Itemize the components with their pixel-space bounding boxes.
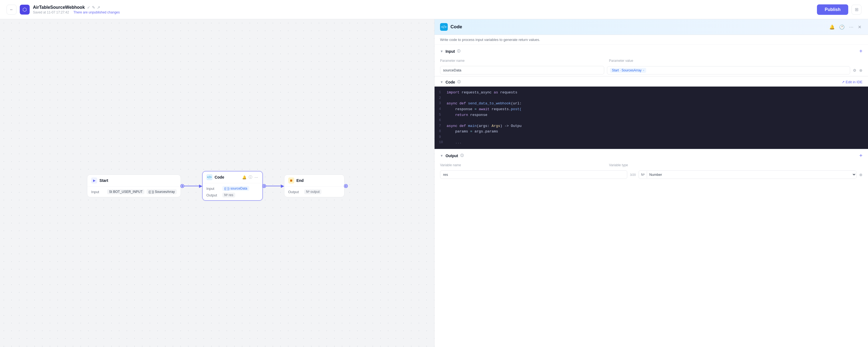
code-source-tag: ((·)) sourceData: [222, 186, 249, 191]
type-select-wrapper: Nº Number String Boolean Array Object: [639, 170, 857, 179]
col-var-type: Variable type: [609, 163, 863, 167]
code-section: ▼ Code ⓘ ↗ Edit in IDE 1 import requests…: [435, 76, 868, 149]
output-section: ▼ Output ⓘ + Variable name Variable type…: [435, 149, 868, 180]
back-button[interactable]: ←: [7, 5, 17, 15]
code-input-label: Input: [207, 186, 220, 191]
edit-title-icon[interactable]: ✎: [92, 5, 95, 10]
output-table-header: Variable name Variable type: [435, 162, 868, 169]
connector-dot-left-2: [263, 184, 266, 187]
output-collapse-icon: ▼: [440, 154, 443, 158]
edit-in-ide-label: Edit in IDE: [846, 80, 863, 84]
panel-header-actions: 🔔 🕐 ⋯ ✕: [828, 23, 863, 31]
start-node-header: ▶ Start: [87, 175, 180, 186]
end-node: ⏹ End Output Nº output: [284, 174, 344, 197]
output-delete-button[interactable]: ⊗: [859, 173, 863, 177]
param-value-text: Start · SourcesArray: [612, 68, 642, 72]
start-input-label: Input: [91, 190, 105, 194]
input-table-header: Parameter name Parameter value: [435, 58, 868, 64]
type-icon-badge: Nº: [639, 171, 647, 178]
input-section-header[interactable]: ▼ Input ⓘ +: [435, 45, 868, 58]
code-output-label: Output: [207, 193, 220, 197]
end-node-icon: ⏹: [288, 177, 294, 183]
input-info-icon: ⓘ: [457, 49, 460, 54]
flow-container: ▶ Start Input St BOT_USER_INPUT ((·)) So…: [87, 171, 347, 201]
code-node-body: Input ((·)) sourceData Output Nº res: [203, 183, 262, 200]
output-add-button[interactable]: +: [859, 152, 863, 159]
start-node-body: Input St BOT_USER_INPUT ((·)) SourcesArr…: [87, 186, 180, 197]
unpublished-warning: There are unpublished changes: [73, 10, 120, 14]
output-var-row: 3/20 Nº Number String Boolean Array Obje…: [435, 169, 868, 180]
output-info-icon: ⓘ: [460, 153, 464, 158]
end-node-title: End: [297, 178, 304, 183]
code-node-header: </> Code 🔔 ⓘ ⋯: [203, 171, 262, 183]
col-param-value: Parameter value: [609, 59, 863, 63]
code-node-actions: 🔔 ⓘ ⋯: [242, 174, 258, 180]
param-delete-button[interactable]: ⊗: [859, 68, 863, 73]
edit-in-ide-button[interactable]: ↗ Edit in IDE: [842, 80, 863, 84]
panel-title: Code: [451, 24, 826, 30]
output-section-label: Output: [445, 153, 458, 158]
code-node: </> Code 🔔 ⓘ ⋯ Input ((·)) sourceData Ou…: [202, 171, 263, 201]
end-output-tag: Nº output: [304, 189, 322, 194]
param-value-close[interactable]: ×: [643, 69, 644, 72]
right-panel: </> Code 🔔 🕐 ⋯ ✕ Write code to process i…: [434, 19, 868, 347]
output-section-header[interactable]: ▼ Output ⓘ +: [435, 149, 868, 162]
start-node-icon: ▶: [91, 177, 97, 183]
param-settings-button[interactable]: ⚙: [853, 68, 857, 73]
output-counter: 3/20: [630, 173, 636, 176]
code-line-7: 7 async def main(args: Args) -> Outpu: [435, 123, 868, 129]
input-collapse-icon: ▼: [440, 50, 443, 53]
verified-icon: ✓: [87, 5, 90, 10]
code-collapse-icon: ▼: [440, 80, 443, 84]
code-node-bell[interactable]: 🔔: [242, 174, 247, 180]
connector-line-2: [266, 186, 282, 186]
code-line-4: 4 response = await requests.post(: [435, 107, 868, 112]
connector-dot-left-1: [181, 184, 184, 187]
code-line-6: 6: [435, 118, 868, 123]
edit-in-ide-icon: ↗: [842, 80, 845, 84]
col-var-name: Variable name: [440, 163, 609, 167]
app-logo: ⬡: [20, 5, 30, 15]
code-line-5: 5 return response: [435, 112, 868, 118]
code-node-title: Code: [215, 175, 224, 179]
param-name-input[interactable]: [440, 66, 604, 75]
start-sources-tag: ((·)) SourcesArray: [147, 189, 177, 194]
code-line-2: 2: [435, 96, 868, 101]
connector-2: ▶: [263, 183, 284, 189]
code-res-tag: Nº res: [222, 193, 235, 198]
code-line-3: 3 async def send_data_to_webhook(url:: [435, 101, 868, 107]
code-node-more[interactable]: ⋯: [254, 174, 258, 180]
input-add-button[interactable]: +: [859, 48, 863, 54]
end-node-body: Output Nº output: [284, 186, 344, 197]
end-output-label: Output: [288, 190, 302, 194]
code-info-icon: ⓘ: [457, 80, 461, 84]
panel-code-icon: </>: [440, 23, 448, 31]
start-bot-tag: St BOT_USER_INPUT: [107, 189, 145, 194]
header-info: AirTableSourceWebhook ✓ ✎ ↗ Saved at 11-…: [33, 5, 814, 14]
code-line-9: 9: [435, 135, 868, 140]
external-link-icon[interactable]: ↗: [97, 5, 100, 10]
input-section: ▼ Input ⓘ + Parameter name Parameter val…: [435, 45, 868, 76]
end-node-header: ⏹ End: [284, 175, 344, 186]
panel-clock-button[interactable]: 🕐: [838, 23, 846, 31]
code-node-info[interactable]: ⓘ: [248, 174, 253, 180]
connector-1: ▶: [181, 183, 202, 189]
panel-bell-button[interactable]: 🔔: [828, 23, 836, 31]
save-icon[interactable]: ⊞: [851, 5, 861, 15]
code-line-10: 10 ...: [435, 140, 868, 146]
panel-header: </> Code 🔔 🕐 ⋯ ✕: [435, 19, 868, 35]
start-node-title: Start: [99, 178, 108, 183]
col-param-name: Parameter name: [440, 59, 609, 63]
code-line-1: 1 import requests_async as requests: [435, 90, 868, 96]
input-section-label: Input: [445, 49, 455, 54]
type-select[interactable]: Number String Boolean Array Object: [647, 171, 856, 179]
panel-description: Write code to process input variables to…: [435, 35, 868, 45]
panel-more-button[interactable]: ⋯: [848, 23, 855, 31]
param-value-container: Start · SourcesArray ×: [607, 66, 850, 75]
input-param-row: Start · SourcesArray × ⚙ ⊗: [435, 64, 868, 76]
code-editor[interactable]: 1 import requests_async as requests 2 3 …: [435, 87, 868, 149]
panel-close-button[interactable]: ✕: [857, 23, 863, 31]
code-section-label: Code: [445, 80, 455, 84]
output-name-input[interactable]: [440, 170, 627, 179]
publish-button[interactable]: Publish: [817, 4, 848, 15]
